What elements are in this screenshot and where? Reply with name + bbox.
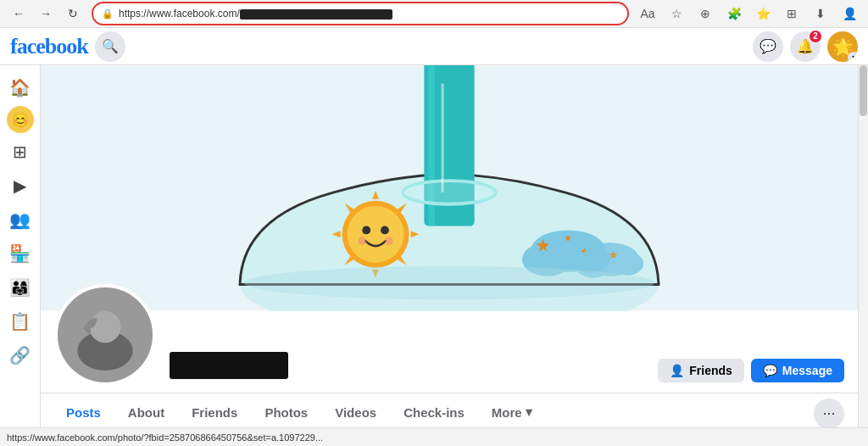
friends-button[interactable]: 👤 Friends xyxy=(658,359,744,382)
ellipsis-icon: ··· xyxy=(822,404,835,422)
cover-image xyxy=(41,65,858,311)
profile-avatar xyxy=(54,284,156,386)
profile-nav: Posts About Friends Photos Videos xyxy=(41,393,858,427)
notification-badge: 2 xyxy=(809,30,822,43)
user-account-button[interactable]: 👤 xyxy=(837,2,861,25)
profile-section: 👤 Friends 💬 Message xyxy=(41,311,858,393)
home-icon: 🏠 xyxy=(9,77,31,98)
friends-label: Friends xyxy=(689,364,732,377)
read-aloud-button[interactable]: Aa xyxy=(636,2,659,25)
nav-more-options-button[interactable]: ··· xyxy=(814,399,844,428)
tab-photos-label: Photos xyxy=(264,405,308,420)
message-label: Message xyxy=(782,364,832,377)
profile-nav-tabs: Posts About Friends Photos Videos xyxy=(54,394,814,427)
svg-point-16 xyxy=(348,206,404,263)
scrollbar[interactable] xyxy=(858,65,868,427)
sidebar-item-watch[interactable]: ▶ xyxy=(5,170,36,201)
sidebar-item-groups[interactable]: 👨‍👩‍👧 xyxy=(5,272,36,303)
url-redacted-block xyxy=(240,9,392,20)
refresh-button[interactable]: ↻ xyxy=(61,2,85,25)
fb-header-right: 💬 🔔 2 🌟 ▾ xyxy=(753,31,858,62)
browser-nav-buttons: ← → ↻ xyxy=(7,2,85,25)
play-icon: ▶ xyxy=(14,176,26,196)
browser-titlebar: ← → ↻ 🔒 https://www.facebook.com/ Aa ☆ ⊕… xyxy=(0,0,868,27)
svg-point-34 xyxy=(89,311,120,343)
search-button[interactable]: 🔍 xyxy=(95,31,125,62)
cover-art-svg xyxy=(41,65,858,311)
profile-name-redacted xyxy=(170,352,288,379)
svg-point-20 xyxy=(385,237,393,245)
people-icon: 👥 xyxy=(9,209,31,230)
tab-checkins[interactable]: Check-ins xyxy=(392,394,476,427)
tab-about[interactable]: About xyxy=(116,394,176,427)
extensions-button[interactable]: 🧩 xyxy=(722,2,746,25)
smiley-icon: 😊 xyxy=(12,112,29,128)
message-icon: 💬 xyxy=(763,364,777,377)
fb-header: facebook 🔍 💬 🔔 2 🌟 ▾ xyxy=(0,28,868,65)
statusbar-url: https://www.facebook.com/photo/?fbid=258… xyxy=(7,432,323,443)
browser-toolbar-right: Aa ☆ ⊕ 🧩 ⭐ ⊞ ⬇ 👤 xyxy=(636,2,861,25)
tab-posts-label: Posts xyxy=(66,405,101,420)
tab-posts[interactable]: Posts xyxy=(54,394,113,427)
tab-videos[interactable]: Videos xyxy=(323,394,388,427)
avatar-svg xyxy=(58,284,153,386)
profile-avatar-area: 👤 Friends 💬 Message xyxy=(54,311,844,386)
forward-button[interactable]: → xyxy=(34,2,58,25)
store-icon: 🏪 xyxy=(9,243,31,264)
message-button[interactable]: 💬 Message xyxy=(751,359,844,382)
favorites-bar-button[interactable]: ⭐ xyxy=(751,2,775,25)
fb-main: 🏠 😊 ⊞ ▶ 👥 🏪 👨‍👩‍👧 📋 xyxy=(0,65,868,427)
address-text: https://www.facebook.com/ xyxy=(119,8,619,20)
tab-friends[interactable]: Friends xyxy=(180,394,249,427)
favorites-button[interactable]: ☆ xyxy=(665,2,688,25)
tab-checkins-label: Check-ins xyxy=(403,405,465,420)
tab-friends-label: Friends xyxy=(192,405,237,420)
svg-point-31 xyxy=(244,266,654,300)
search-icon: 🔍 xyxy=(102,38,119,54)
messenger-icon: 💬 xyxy=(760,38,776,54)
download-button[interactable]: ⬇ xyxy=(809,2,832,25)
sidebar-item-menu[interactable]: ⊞ xyxy=(5,137,36,167)
scrollbar-thumb[interactable] xyxy=(860,65,867,116)
chevron-down-icon: ▾ xyxy=(848,52,858,62)
svg-point-17 xyxy=(362,226,370,234)
tab-photos[interactable]: Photos xyxy=(253,394,320,427)
svg-point-19 xyxy=(358,237,366,245)
browser-chrome: ← → ↻ 🔒 https://www.facebook.com/ Aa ☆ ⊕… xyxy=(0,0,868,28)
grid-icon: ⊞ xyxy=(13,142,27,162)
tab-more[interactable]: More ▾ xyxy=(480,394,544,427)
pages-icon: 📋 xyxy=(9,311,31,332)
fb-content: 👤 Friends 💬 Message Posts xyxy=(41,65,858,427)
tab-about-label: About xyxy=(128,405,164,420)
groups-icon: 👨‍👩‍👧 xyxy=(9,277,31,298)
sidebar-item-marketplace[interactable]: 🏪 xyxy=(5,238,36,269)
svg-point-5 xyxy=(403,181,496,204)
fb-sidebar: 🏠 😊 ⊞ ▶ 👥 🏪 👨‍👩‍👧 📋 xyxy=(0,65,41,427)
messenger-button[interactable]: 💬 xyxy=(753,31,783,62)
sidebar-item-stories: 😊 xyxy=(7,106,34,133)
browser-statusbar: https://www.facebook.com/photo/?fbid=258… xyxy=(0,427,868,446)
lock-icon: 🔒 xyxy=(102,8,114,20)
profile-cover xyxy=(41,65,858,311)
url-visible: https://www.facebook.com/ xyxy=(119,8,240,20)
browser-profile-button[interactable]: ⊕ xyxy=(693,2,717,25)
collections-button[interactable]: ⊞ xyxy=(780,2,804,25)
address-bar[interactable]: 🔒 https://www.facebook.com/ xyxy=(92,2,629,25)
tab-videos-label: Videos xyxy=(335,405,376,420)
facebook-app: facebook 🔍 💬 🔔 2 🌟 ▾ 🏠 😊 xyxy=(0,28,868,427)
chevron-icon: ▾ xyxy=(526,404,532,420)
profile-name-area xyxy=(170,352,658,386)
svg-point-18 xyxy=(381,226,389,234)
facebook-logo: facebook xyxy=(10,34,88,59)
tab-more-label: More xyxy=(492,405,522,420)
back-button[interactable]: ← xyxy=(7,2,31,25)
sidebar-item-friends[interactable]: 👥 xyxy=(5,204,36,235)
notifications-button[interactable]: 🔔 2 xyxy=(790,31,821,62)
sidebar-item-pages[interactable]: 📋 xyxy=(5,306,36,337)
account-menu-button[interactable]: 🌟 ▾ xyxy=(827,31,858,62)
sidebar-item-links[interactable]: 🔗 xyxy=(5,340,36,371)
friends-icon: 👤 xyxy=(670,364,684,377)
link-icon: 🔗 xyxy=(9,345,31,365)
sidebar-item-home[interactable]: 🏠 xyxy=(5,72,36,103)
profile-actions: 👤 Friends 💬 Message xyxy=(658,359,844,386)
